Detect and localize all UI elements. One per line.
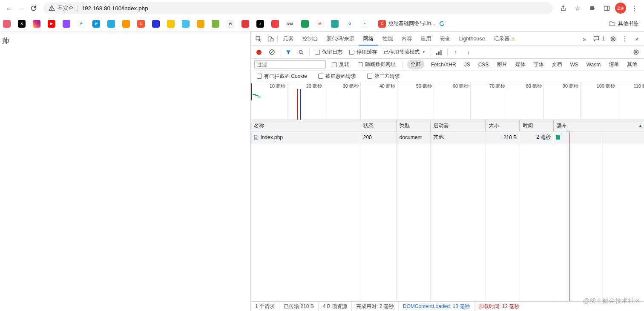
filter-pill-other[interactable]: 其他 — [626, 60, 638, 69]
export-har-button[interactable]: ↓ — [463, 47, 474, 57]
column-header-status[interactable]: 状态 — [360, 120, 397, 131]
tab-elements[interactable]: 元素 — [279, 32, 298, 46]
refresh-button[interactable] — [27, 2, 39, 14]
filter-pill-ws[interactable]: WS — [569, 61, 579, 68]
filter-pill-doc[interactable]: 文档 — [550, 60, 563, 69]
bookmark-favicon[interactable] — [3, 20, 11, 28]
sort-ascending-icon[interactable]: ▲ — [638, 123, 642, 128]
bookmark-favicon[interactable]: M — [316, 20, 324, 28]
column-divider[interactable] — [520, 131, 520, 301]
bookmark-favicon[interactable] — [167, 20, 175, 28]
disable-cache-checkbox[interactable] — [349, 50, 354, 55]
bookmark-favicon[interactable]: P — [92, 20, 100, 28]
preserve-log-checkbox[interactable] — [315, 50, 320, 55]
tab-sources[interactable]: 源代码/来源 — [322, 32, 359, 46]
extensions-button[interactable] — [586, 2, 598, 14]
device-toolbar-button[interactable] — [264, 32, 276, 46]
bookmark-favicon[interactable] — [152, 20, 160, 28]
status-load-time[interactable]: 加载时间: 12 毫秒 — [474, 302, 523, 311]
address-bar[interactable]: 不安全 192.168.80.100/index.php — [43, 2, 553, 14]
console-messages-button[interactable] — [591, 33, 602, 44]
overview-selection-marker[interactable] — [251, 83, 252, 100]
bookmark-favicon[interactable]: C — [137, 20, 145, 28]
tab-security[interactable]: 安全 — [435, 32, 454, 46]
blocked-cookies-checkbox[interactable] — [257, 74, 262, 79]
filter-pill-img[interactable]: 图片 — [495, 60, 508, 69]
column-header-waterfall[interactable]: 瀑布 ▲ — [554, 120, 644, 131]
hide-data-urls-checkbox[interactable] — [358, 62, 363, 67]
blocked-requests-checkbox[interactable] — [318, 74, 323, 79]
column-divider[interactable] — [554, 131, 554, 301]
status-dcl-time[interactable]: DOMContentLoaded: 13 毫秒 — [399, 302, 474, 311]
filter-pill-wasm[interactable]: Wasm — [585, 61, 602, 68]
bookmark-favicon[interactable]: P — [78, 20, 85, 28]
bookmark-favicon[interactable]: H — [227, 20, 234, 28]
profile-avatar[interactable]: 边缘 — [615, 3, 626, 14]
bookmark-favicon[interactable] — [271, 20, 279, 28]
column-divider[interactable] — [430, 131, 431, 301]
inspect-element-button[interactable] — [253, 32, 264, 46]
bookmark-favicon[interactable] — [107, 20, 115, 28]
column-header-name[interactable]: 名称 — [251, 120, 360, 131]
messages-count-badge[interactable]: 1 — [602, 36, 605, 42]
url-text[interactable]: 192.168.80.100/index.php — [82, 5, 148, 11]
invert-filter-checkbox[interactable] — [332, 62, 337, 67]
tab-recorder[interactable]: 记录器 ⚠ — [489, 32, 519, 46]
column-divider[interactable] — [396, 131, 397, 301]
forward-button[interactable]: → — [15, 2, 27, 14]
bookmark-favicon[interactable] — [212, 20, 219, 28]
column-header-size[interactable]: 大小 — [486, 120, 520, 131]
bookmark-favicon[interactable] — [63, 20, 70, 28]
filter-pill-css[interactable]: CSS — [477, 61, 490, 68]
import-har-button[interactable]: ↑ — [450, 47, 461, 57]
record-network-log-button[interactable] — [253, 47, 264, 57]
bookmark-favicon[interactable] — [301, 20, 309, 28]
bookmark-favicon[interactable]: ▶ — [48, 20, 55, 28]
bookmark-star-button[interactable]: ☆ — [572, 2, 584, 14]
security-label[interactable]: 不安全 — [58, 5, 74, 12]
bookmark-favicon[interactable]: » — [361, 20, 368, 28]
clear-network-log-button[interactable] — [266, 47, 277, 57]
filter-pill-manifest[interactable]: 清单 — [607, 60, 620, 69]
filter-pill-fetch-xhr[interactable]: Fetch/XHR — [430, 61, 457, 68]
third-party-requests-checkbox[interactable] — [367, 74, 372, 79]
bookmark-favicon[interactable] — [242, 20, 249, 28]
filter-pill-font[interactable]: 字体 — [532, 60, 545, 69]
other-bookmarks-button[interactable]: 其他书签 — [607, 20, 641, 27]
browser-menu-button[interactable]: ⋮ — [629, 2, 641, 14]
bookmark-favicon[interactable] — [182, 20, 190, 28]
table-row-index-php[interactable]: index.php 200 document 其他 210 B 2 毫秒 — [251, 131, 644, 143]
tab-network[interactable]: 网络 — [359, 32, 378, 46]
tab-memory[interactable]: 内存 — [397, 32, 416, 46]
bookmark-favicon[interactable] — [331, 20, 339, 28]
tab-performance[interactable]: 性能 — [378, 32, 397, 46]
search-network-button[interactable] — [296, 47, 307, 57]
filter-pill-all[interactable]: 全部 — [407, 60, 424, 69]
bookmark-favicon[interactable]: ♪ — [256, 20, 264, 28]
devtools-close-button[interactable]: × — [631, 33, 642, 44]
devtools-menu-button[interactable]: ⋮ — [619, 33, 630, 44]
bookmark-item[interactable]: C 总结基础网络与Lin... — [376, 18, 438, 30]
filter-pill-js[interactable]: JS — [463, 61, 472, 68]
filter-toggle-button[interactable] — [283, 47, 294, 57]
bookmark-favicon[interactable]: btd — [286, 20, 294, 28]
tab-application[interactable]: 应用 — [416, 32, 435, 46]
bookmark-favicon[interactable] — [122, 20, 130, 28]
more-tabs-button[interactable]: » — [579, 33, 590, 44]
tab-console[interactable]: 控制台 — [298, 32, 322, 46]
column-header-initiator[interactable]: 启动器 — [431, 120, 486, 131]
bookmark-favicon[interactable]: X — [18, 20, 26, 28]
bookmark-favicon[interactable] — [33, 20, 40, 28]
column-divider[interactable] — [360, 131, 360, 301]
column-header-type[interactable]: 类型 — [397, 120, 431, 131]
filter-pill-media[interactable]: 媒体 — [514, 60, 526, 69]
security-warning-icon[interactable] — [49, 5, 55, 11]
share-button[interactable] — [557, 2, 569, 14]
column-header-time[interactable]: 时间 — [520, 120, 554, 131]
network-settings-button[interactable] — [630, 47, 641, 57]
devtools-settings-button[interactable] — [607, 33, 618, 44]
throttling-select[interactable]: 已停用节流模式 ▼ — [384, 49, 426, 56]
sync-bookmark-icon[interactable] — [438, 20, 446, 28]
network-overview-timeline[interactable]: 10 毫秒 20 毫秒 30 毫秒 40 毫秒 50 毫秒 60 毫秒 70 毫… — [251, 82, 644, 120]
filter-input[interactable] — [254, 60, 326, 68]
